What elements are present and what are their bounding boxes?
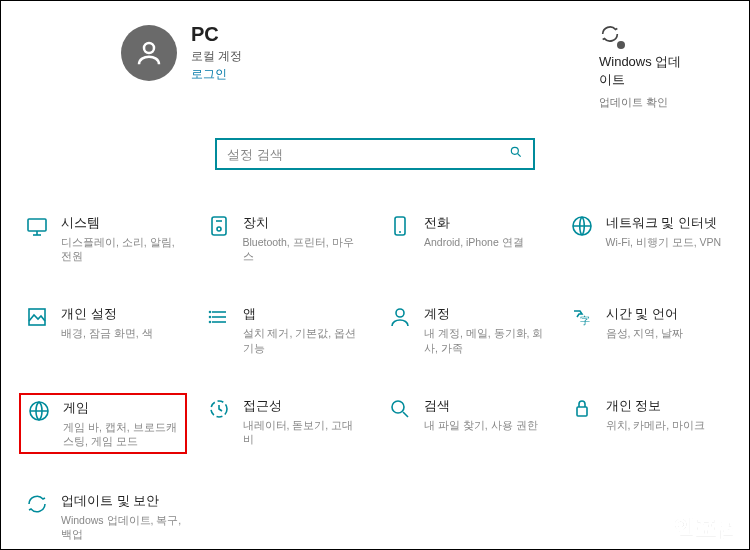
account-name: PC (191, 23, 242, 46)
tile-desc: 설치 제거, 기본값, 옵션 기능 (243, 326, 365, 354)
tile-title: 네트워크 및 인터넷 (606, 214, 722, 232)
search-input[interactable] (227, 147, 501, 162)
accessibility-icon (205, 397, 233, 425)
tile-desc: Android, iPhone 연결 (424, 235, 524, 249)
svg-line-24 (403, 412, 408, 417)
tile-title: 계정 (424, 305, 546, 323)
svg-point-19 (396, 309, 404, 317)
tile-desc: 위치, 카메라, 마이크 (606, 418, 706, 432)
tile-privacy[interactable]: 개인 정보위치, 카메라, 마이크 (564, 393, 732, 454)
sync-icon (599, 23, 623, 47)
update-title: Windows 업데이트 (599, 53, 689, 89)
svg-text:字: 字 (580, 315, 590, 326)
tile-desc: 디스플레이, 소리, 알림, 전원 (61, 235, 183, 263)
tile-desc: Windows 업데이트, 복구, 백업 (61, 513, 183, 541)
svg-point-18 (209, 322, 210, 323)
tile-title: 검색 (424, 397, 538, 415)
tile-apps[interactable]: 앱설치 제거, 기본값, 옵션 기능 (201, 301, 369, 358)
avatar (121, 25, 177, 81)
svg-point-17 (209, 317, 210, 318)
phone-icon (386, 214, 414, 242)
language-icon: 字 (568, 305, 596, 333)
svg-rect-6 (212, 217, 226, 235)
tile-desc: 음성, 지역, 날짜 (606, 326, 684, 340)
watermark: 인포탑 (673, 513, 739, 543)
sync-icon (23, 492, 51, 520)
svg-point-0 (144, 43, 154, 53)
display-icon (23, 214, 51, 242)
svg-line-2 (518, 154, 521, 157)
tile-title: 앱 (243, 305, 365, 323)
tile-phone[interactable]: 전화Android, iPhone 연결 (382, 210, 550, 267)
tile-desc: Wi-Fi, 비행기 모드, VPN (606, 235, 722, 249)
tile-accounts[interactable]: 계정내 계정, 메일, 동기화, 회사, 가족 (382, 301, 550, 358)
tile-time-language[interactable]: 字시간 및 언어음성, 지역, 날짜 (564, 301, 732, 358)
svg-rect-3 (28, 219, 46, 231)
devices-icon (205, 214, 233, 242)
account-icon (386, 305, 414, 333)
search-icon (509, 145, 523, 163)
tile-title: 전화 (424, 214, 524, 232)
tile-desc: 내레이터, 돋보기, 고대비 (243, 418, 365, 446)
tile-title: 접근성 (243, 397, 365, 415)
tile-devices[interactable]: 장치Bluetooth, 프린터, 마우스 (201, 210, 369, 267)
tile-desc: Bluetooth, 프린터, 마우스 (243, 235, 365, 263)
account-section: PC 로컬 계정 로그인 (121, 23, 242, 83)
tile-accessibility[interactable]: 접근성내레이터, 돋보기, 고대비 (201, 393, 369, 454)
tile-title: 장치 (243, 214, 365, 232)
personalization-icon (23, 305, 51, 333)
svg-point-16 (209, 312, 210, 313)
tile-title: 시간 및 언어 (606, 305, 684, 323)
tile-system[interactable]: 시스템디스플레이, 소리, 알림, 전원 (19, 210, 187, 267)
tile-desc: 게임 바, 캡처, 브로드캐스팅, 게임 모드 (63, 420, 181, 448)
tile-desc: 내 계정, 메일, 동기화, 회사, 가족 (424, 326, 546, 354)
tile-title: 게임 (63, 399, 181, 417)
tile-title: 개인 설정 (61, 305, 153, 323)
svg-point-7 (217, 227, 221, 231)
account-type: 로컬 계정 (191, 48, 242, 65)
lock-icon (568, 397, 596, 425)
tile-desc: 배경, 잠금 화면, 색 (61, 326, 153, 340)
tile-network[interactable]: 네트워크 및 인터넷Wi-Fi, 비행기 모드, VPN (564, 210, 732, 267)
update-sub: 업데이트 확인 (599, 95, 689, 110)
tile-title: 업데이트 및 보안 (61, 492, 183, 510)
search-icon (386, 397, 414, 425)
login-link[interactable]: 로그인 (191, 66, 242, 83)
tile-title: 개인 정보 (606, 397, 706, 415)
tile-title: 시스템 (61, 214, 183, 232)
search-box[interactable] (215, 138, 535, 170)
svg-point-23 (392, 401, 404, 413)
tile-desc: 내 파일 찾기, 사용 권한 (424, 418, 538, 432)
apps-list-icon (205, 305, 233, 333)
tile-gaming[interactable]: 게임게임 바, 캡처, 브로드캐스팅, 게임 모드 (19, 393, 187, 454)
tile-update-security[interactable]: 업데이트 및 보안Windows 업데이트, 복구, 백업 (19, 488, 187, 545)
xbox-icon (25, 399, 53, 427)
tile-search[interactable]: 검색내 파일 찾기, 사용 권한 (382, 393, 550, 454)
svg-rect-25 (577, 407, 587, 416)
tile-personalization[interactable]: 개인 설정배경, 잠금 화면, 색 (19, 301, 187, 358)
windows-update-tile[interactable]: Windows 업데이트 업데이트 확인 (599, 23, 689, 110)
globe-icon (568, 214, 596, 242)
user-icon (134, 38, 164, 68)
svg-point-1 (511, 147, 518, 154)
